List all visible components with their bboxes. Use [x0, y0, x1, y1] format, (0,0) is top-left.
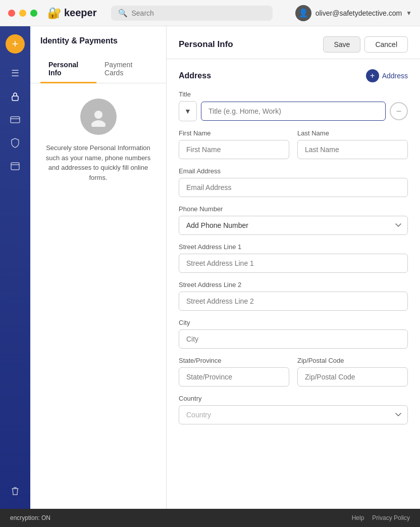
- left-panel: Identity & Payments Personal Info Paymen…: [30, 26, 167, 509]
- sidebar-icon-shield[interactable]: [6, 133, 25, 153]
- right-panel: Personal Info Save Cancel Address + Addr…: [167, 26, 420, 509]
- footer: encryption: ON Help Privacy Policy: [0, 509, 420, 527]
- title-row: ▼ −: [179, 101, 408, 121]
- sidebar-icon-card[interactable]: [6, 110, 25, 129]
- add-address-label: Address: [382, 72, 408, 80]
- main-layout: + ☰: [0, 26, 420, 509]
- city-input[interactable]: [179, 329, 408, 349]
- user-info: 👤 oliver@safetydetective.com ▼: [295, 5, 412, 21]
- privacy-link[interactable]: Privacy Policy: [372, 514, 410, 521]
- add-circle-icon: +: [366, 69, 379, 82]
- city-group: City: [179, 319, 408, 349]
- tab-personal-info[interactable]: Personal Info: [40, 56, 96, 83]
- phone-label: Phone Number: [179, 205, 408, 213]
- title-input-wrapper: [201, 102, 386, 121]
- search-icon: 🔍: [118, 9, 128, 18]
- street1-input[interactable]: [179, 254, 408, 273]
- avatar-icon: 👤: [298, 8, 308, 18]
- maximize-button[interactable]: [30, 10, 37, 17]
- form-container: Address + Address Title ▼ −: [167, 59, 420, 443]
- footer-links: Help Privacy Policy: [352, 514, 410, 521]
- logo-icon: 🔐: [47, 7, 61, 20]
- svg-point-6: [91, 120, 106, 127]
- email-input[interactable]: [179, 178, 408, 197]
- remove-title-button[interactable]: −: [390, 102, 408, 120]
- state-zip-row: State/Province Zip/Postal Code: [179, 357, 408, 395]
- help-link[interactable]: Help: [352, 514, 364, 521]
- svg-rect-0: [12, 96, 18, 101]
- chevron-down-icon: ▼: [184, 107, 191, 115]
- title-input[interactable]: [201, 102, 386, 121]
- street1-label: Street Address Line 1: [179, 243, 408, 251]
- left-panel-header: Identity & Payments: [30, 26, 166, 45]
- title-dropdown-button[interactable]: ▼: [179, 101, 197, 121]
- section-header: Address + Address: [179, 69, 408, 82]
- sidebar-icon-trash[interactable]: [6, 482, 25, 501]
- save-button[interactable]: Save: [323, 36, 360, 53]
- zip-label: Zip/Postal Code: [297, 357, 408, 364]
- add-button[interactable]: +: [6, 34, 25, 54]
- last-name-label: Last Name: [297, 129, 408, 137]
- title-group: Title ▼ −: [179, 90, 408, 121]
- country-group: Country Country: [179, 395, 408, 424]
- traffic-lights: [8, 10, 37, 17]
- svg-point-5: [94, 111, 102, 119]
- first-name-group: First Name: [179, 129, 289, 159]
- header-buttons: Save Cancel: [323, 36, 408, 53]
- search-input[interactable]: [132, 9, 266, 17]
- name-row: First Name Last Name: [179, 129, 408, 167]
- cancel-button[interactable]: Cancel: [364, 36, 408, 53]
- last-name-group: Last Name: [297, 129, 408, 159]
- avatar-area: Securely store Personal Information such…: [30, 83, 166, 193]
- tabs: Personal Info Payment Cards: [30, 50, 166, 83]
- user-email: oliver@safetydetective.com: [316, 9, 402, 17]
- sidebar-icon-menu[interactable]: ☰: [6, 64, 25, 83]
- avatar-description: Securely store Personal Information such…: [40, 143, 156, 182]
- street2-input[interactable]: [179, 292, 408, 311]
- profile-avatar: [80, 99, 117, 135]
- close-button[interactable]: [8, 10, 15, 17]
- add-address-button[interactable]: + Address: [366, 69, 408, 82]
- phone-group: Phone Number Add Phone Number: [179, 205, 408, 235]
- last-name-input[interactable]: [297, 140, 408, 159]
- minimize-button[interactable]: [19, 10, 26, 17]
- street1-group: Street Address Line 1: [179, 243, 408, 273]
- sidebar-icon-window[interactable]: [6, 157, 25, 176]
- section-title: Address: [179, 71, 211, 80]
- state-group: State/Province: [179, 357, 289, 387]
- country-label: Country: [179, 395, 408, 402]
- title-label: Title: [179, 90, 408, 98]
- sidebar-icon-lock[interactable]: [6, 87, 25, 106]
- zip-input[interactable]: [297, 367, 408, 387]
- city-label: City: [179, 319, 408, 326]
- sidebar-icons: + ☰: [0, 26, 30, 509]
- zip-group: Zip/Postal Code: [297, 357, 408, 387]
- chevron-down-icon[interactable]: ▼: [406, 10, 412, 17]
- first-name-label: First Name: [179, 129, 289, 137]
- logo-text: keeper: [64, 7, 97, 19]
- titlebar: 🔐 keeper 🔍 👤 oliver@safetydetective.com …: [0, 0, 420, 26]
- search-bar[interactable]: 🔍: [111, 6, 273, 21]
- email-group: Email Address: [179, 167, 408, 197]
- app-logo: 🔐 keeper: [47, 7, 97, 20]
- street2-label: Street Address Line 2: [179, 281, 408, 289]
- email-label: Email Address: [179, 167, 408, 175]
- svg-rect-3: [11, 163, 19, 170]
- street2-group: Street Address Line 2: [179, 281, 408, 311]
- encryption-status: encryption: ON: [10, 514, 50, 521]
- first-name-input[interactable]: [179, 140, 289, 159]
- tab-payment-cards[interactable]: Payment Cards: [96, 56, 156, 83]
- phone-select[interactable]: Add Phone Number: [179, 216, 408, 235]
- svg-rect-1: [11, 117, 20, 123]
- right-header: Personal Info Save Cancel: [167, 26, 420, 59]
- avatar: 👤: [295, 5, 311, 21]
- state-label: State/Province: [179, 357, 289, 364]
- country-select[interactable]: Country: [179, 405, 408, 424]
- page-title: Personal Info: [179, 39, 233, 50]
- state-input[interactable]: [179, 367, 289, 387]
